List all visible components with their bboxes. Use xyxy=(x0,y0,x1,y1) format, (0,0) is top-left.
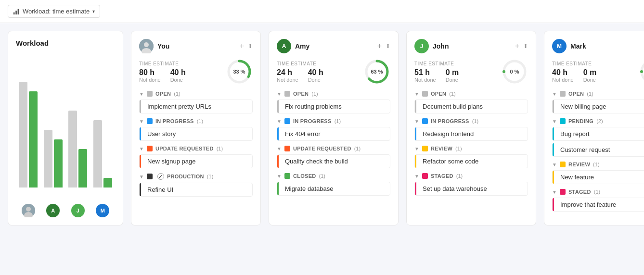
section-header[interactable]: ▼ STAGED (1) xyxy=(414,172,528,180)
section-dot xyxy=(147,91,153,97)
you-photo-icon xyxy=(22,204,35,217)
task-item[interactable]: Migrate database xyxy=(277,182,390,196)
te-label: TIME ESTIMATE xyxy=(277,61,323,66)
add-icon[interactable]: + xyxy=(515,42,519,50)
te-done: 40 h Done xyxy=(170,68,186,83)
section-header[interactable]: ▼ STAGED (1) xyxy=(552,188,644,196)
section-header[interactable]: ▼ ✓ PRODUCTION (1) xyxy=(139,172,253,181)
task-item[interactable]: New signup page xyxy=(139,154,253,168)
add-icon[interactable]: + xyxy=(240,42,244,50)
section-name: REVIEW xyxy=(431,146,452,151)
task-item[interactable]: Refine UI xyxy=(139,183,253,197)
card-header-left: J John xyxy=(414,39,449,53)
te-not-done-label: Not done xyxy=(277,77,298,83)
te-done-label: Done xyxy=(446,77,459,83)
task-item[interactable]: Implement pretty URLs xyxy=(139,100,253,113)
workload-button[interactable]: Workload: time estimate ▾ xyxy=(8,5,100,18)
task-text: New signup page xyxy=(143,158,195,165)
task-item[interactable]: Refactor some code xyxy=(414,154,528,168)
te-label: TIME ESTIMATE xyxy=(414,61,459,66)
collapse-icon[interactable]: ⬆ xyxy=(523,43,528,50)
section-header[interactable]: ▼ REVIEW (1) xyxy=(552,161,644,168)
chart-icon xyxy=(13,8,20,15)
task-item[interactable]: Customer request xyxy=(552,143,644,157)
section-header[interactable]: ▼ UPDATE REQUESTED (1) xyxy=(277,145,390,152)
task-text: Set up data warehouse xyxy=(419,185,487,192)
task-border xyxy=(140,127,141,140)
task-item[interactable]: Bug report xyxy=(552,127,644,141)
card-amy: A Amy + ⬆ TIME ESTIMATE 24 h Not done 40… xyxy=(269,31,399,225)
section-header[interactable]: ▼ IN PROGRESS (1) xyxy=(277,117,390,125)
task-item[interactable]: User story xyxy=(139,127,253,141)
task-item[interactable]: Fix routing problems xyxy=(277,100,390,113)
add-icon[interactable]: + xyxy=(377,42,382,50)
time-estimate-section-john: TIME ESTIMATE 51 h Not done 0 m Done 0 % xyxy=(414,58,528,85)
section-header[interactable]: ▼ UPDATE REQUESTED (1) xyxy=(139,145,253,152)
task-item[interactable]: New feature xyxy=(552,170,644,184)
sections-mark: ▼ OPEN (1) New billing page ▼ PENDING xyxy=(552,90,644,212)
task-item[interactable]: Quality check the build xyxy=(277,154,390,168)
chevron-icon: ▼ xyxy=(139,91,144,97)
section-header[interactable]: ▼ OPEN (1) xyxy=(552,90,644,98)
section-count: (1) xyxy=(472,118,478,124)
section-count: (1) xyxy=(174,91,180,97)
section-mark-0: ▼ OPEN (1) New billing page xyxy=(552,90,644,113)
section-amy-1: ▼ IN PROGRESS (1) Fix 404 error xyxy=(277,117,390,141)
section-dot xyxy=(284,91,290,97)
section-header[interactable]: ▼ PENDING (2) xyxy=(552,117,644,125)
task-item[interactable]: Document build plans xyxy=(414,100,528,113)
task-item[interactable]: Fix 404 error xyxy=(277,127,390,141)
task-border xyxy=(553,143,554,156)
bar-mark-green xyxy=(103,178,112,188)
section-header[interactable]: ▼ IN PROGRESS (1) xyxy=(414,117,528,125)
section-dot xyxy=(422,173,428,179)
task-item[interactable]: Set up data warehouse xyxy=(414,182,528,196)
task-text: Improve that feature xyxy=(556,201,616,208)
card-header-left: You xyxy=(139,39,169,53)
time-estimate-section-amy: TIME ESTIMATE 24 h Not done 40 h Done 63 xyxy=(277,58,390,85)
chevron-icon: ▼ xyxy=(277,174,282,179)
chevron-icon: ▼ xyxy=(414,91,419,97)
section-name: IN PROGRESS xyxy=(155,118,194,124)
card-header-amy: A Amy + ⬆ xyxy=(277,39,390,53)
task-item[interactable]: Improve that feature xyxy=(552,198,644,212)
section-header[interactable]: ▼ OPEN (1) xyxy=(414,90,528,98)
collapse-icon[interactable]: ⬆ xyxy=(248,43,253,50)
task-border xyxy=(553,100,554,113)
section-header[interactable]: ▼ CLOSED (1) xyxy=(277,172,390,180)
te-left: TIME ESTIMATE 51 h Not done 0 m Done xyxy=(414,61,459,83)
bar-mark-gray xyxy=(93,120,102,188)
avatar-row: A J M xyxy=(16,204,115,217)
te-not-done: 40 h Not done xyxy=(552,68,574,83)
section-dot xyxy=(422,91,428,97)
bar-group-mark xyxy=(93,53,112,188)
te-done-value: 40 h xyxy=(170,68,186,77)
te-label: TIME ESTIMATE xyxy=(139,61,186,66)
card-header-left: A Amy xyxy=(277,39,309,53)
section-dot xyxy=(284,146,290,151)
te-not-done-label: Not done xyxy=(139,77,161,83)
bar-group-you xyxy=(19,53,38,188)
bar-john-green xyxy=(78,149,87,188)
avatar-mark: M xyxy=(552,39,567,53)
te-label: TIME ESTIMATE xyxy=(552,61,596,66)
chevron-icon: ▼ xyxy=(552,189,557,195)
section-name: PRODUCTION xyxy=(167,174,204,179)
section-you-0: ▼ OPEN (1) Implement pretty URLs xyxy=(139,90,253,113)
cards-container: You + ⬆ TIME ESTIMATE 80 h Not done 40 h… xyxy=(131,31,644,225)
section-header[interactable]: ▼ REVIEW (1) xyxy=(414,145,528,152)
task-border xyxy=(415,127,416,140)
collapse-icon[interactable]: ⬆ xyxy=(386,43,390,50)
donut-chart-amy: 63 % xyxy=(363,58,390,85)
task-item[interactable]: New billing page xyxy=(552,100,644,113)
section-header[interactable]: ▼ OPEN (1) xyxy=(139,90,253,98)
section-header[interactable]: ▼ OPEN (1) xyxy=(277,90,390,98)
section-john-0: ▼ OPEN (1) Document build plans xyxy=(414,90,528,113)
section-header[interactable]: ▼ IN PROGRESS (1) xyxy=(139,117,253,125)
task-border xyxy=(415,100,416,113)
te-done: 0 m Done xyxy=(446,68,459,83)
task-item[interactable]: Redesign frontend xyxy=(414,127,528,141)
avatar-amy: A xyxy=(277,39,291,53)
card-header-you: You + ⬆ xyxy=(139,39,253,53)
te-values: 24 h Not done 40 h Done xyxy=(277,68,323,83)
